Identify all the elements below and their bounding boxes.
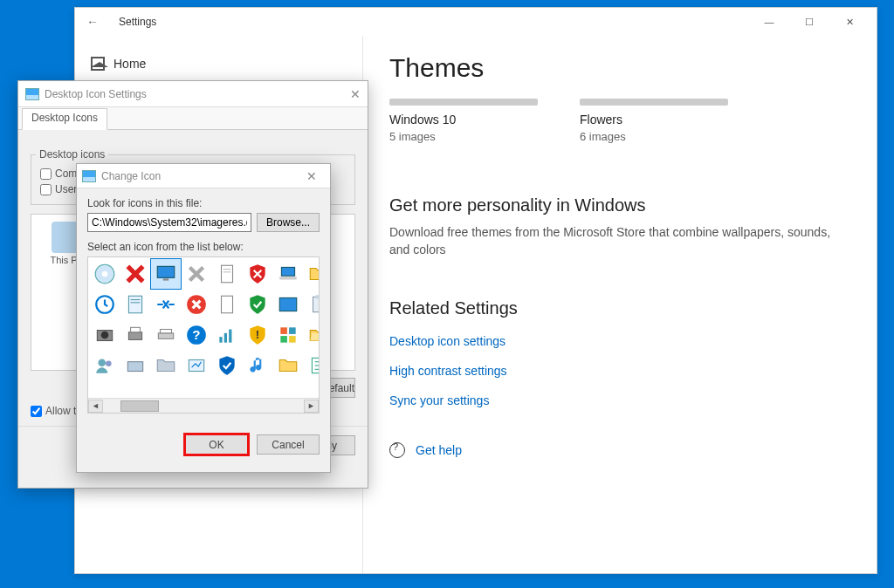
checkbox[interactable] [40, 168, 52, 180]
scroll-track[interactable] [103, 400, 304, 413]
settings-main: Themes Windows 10 5 images Flowers 6 ima… [363, 36, 877, 573]
ci-titlebar: Change Icon ✕ [77, 164, 330, 188]
icon-shield-check[interactable] [243, 290, 272, 319]
theme-card[interactable]: Flowers 6 images [580, 99, 746, 143]
icon-page-blue[interactable] [120, 290, 150, 319]
icon-drive[interactable] [120, 351, 150, 380]
minimize-icon[interactable]: — [749, 10, 789, 34]
settings-title: Settings [119, 16, 156, 28]
settings-titlebar: ← Settings — ☐ ✕ [75, 8, 877, 36]
svg-rect-28 [229, 330, 231, 343]
icon-window[interactable] [273, 290, 303, 319]
icon-list[interactable] [304, 351, 320, 380]
horizontal-scrollbar[interactable]: ◄ ► [88, 398, 319, 413]
svg-text:?: ? [192, 327, 200, 342]
icon-folder[interactable] [304, 259, 320, 289]
icon-folder[interactable] [273, 351, 303, 380]
icon-x-red[interactable] [120, 259, 150, 289]
window-icon [25, 88, 39, 100]
icon-clipboard[interactable] [304, 290, 320, 319]
checkbox[interactable] [31, 406, 42, 417]
icon-file-path-input[interactable] [87, 213, 251, 232]
svg-rect-21 [131, 327, 141, 332]
svg-rect-8 [279, 277, 297, 279]
theme-thumbnail [389, 99, 538, 106]
close-icon[interactable]: ✕ [299, 169, 325, 183]
section-heading: Related Settings [389, 298, 850, 318]
section-description: Download free themes from the Microsoft … [389, 224, 843, 258]
browse-button[interactable]: Browse... [257, 213, 320, 232]
tab-desktop-icons[interactable]: Desktop Icons [22, 108, 107, 130]
svg-rect-4 [222, 265, 233, 283]
icon-users[interactable] [90, 351, 120, 380]
icon-document[interactable] [212, 290, 242, 319]
theme-subtitle: 6 images [580, 130, 746, 143]
icon-shield-red[interactable] [243, 259, 272, 289]
icon-x-grey[interactable] [182, 259, 211, 289]
icon-app[interactable] [273, 320, 303, 350]
page-title: Themes [389, 53, 850, 83]
icon-printer[interactable] [120, 320, 150, 350]
theme-subtitle: 5 images [389, 130, 555, 143]
icon-list: ? ! ◄ ► [87, 256, 320, 414]
svg-rect-26 [219, 337, 222, 343]
back-icon[interactable]: ← [82, 15, 103, 29]
checkbox[interactable] [40, 184, 52, 195]
theme-name: Windows 10 [389, 113, 555, 126]
icon-shield-warning[interactable]: ! [243, 320, 272, 350]
icon-error[interactable] [182, 290, 211, 319]
icon-shield-blue[interactable] [212, 351, 242, 380]
dis-titlebar: Desktop Icon Settings ✕ [18, 81, 368, 107]
svg-rect-37 [189, 360, 203, 372]
svg-rect-20 [128, 332, 141, 340]
change-icon-dialog: Change Icon ✕ Look for icons in this fil… [76, 163, 331, 473]
icon-monitor[interactable] [151, 259, 181, 289]
scroll-thumb[interactable] [120, 400, 159, 412]
link-high-contrast-settings[interactable]: High contrast settings [389, 364, 850, 378]
svg-point-1 [102, 271, 108, 277]
scroll-right-button[interactable]: ► [304, 400, 319, 413]
svg-rect-22 [158, 333, 173, 339]
icon-laptop[interactable] [273, 259, 303, 289]
svg-rect-30 [280, 327, 287, 334]
ci-title: Change Icon [101, 170, 161, 182]
dis-title: Desktop Icon Settings [45, 88, 147, 100]
cancel-button[interactable]: Cancel [257, 434, 320, 455]
svg-rect-27 [224, 333, 227, 343]
close-icon[interactable]: ✕ [829, 10, 870, 34]
link-desktop-icon-settings[interactable]: Desktop icon settings [389, 334, 850, 348]
icon-music[interactable] [243, 351, 272, 380]
svg-text:!: ! [256, 328, 259, 341]
select-icon-label: Select an icon from the list below: [87, 241, 320, 253]
ok-button[interactable]: OK [185, 434, 248, 455]
icon-document[interactable] [212, 259, 242, 289]
get-help-label: Get help [416, 443, 462, 457]
svg-rect-33 [289, 336, 296, 343]
icon-clock[interactable] [90, 290, 120, 319]
icon-folder-grey[interactable] [151, 351, 181, 380]
icon-run[interactable] [182, 351, 211, 380]
group-label: Desktop icons [36, 148, 108, 161]
scroll-left-button[interactable]: ◄ [88, 400, 103, 413]
icon-chart[interactable] [212, 320, 242, 350]
sidebar-item-home[interactable]: Home [91, 57, 347, 71]
get-help-link[interactable]: Get help [389, 442, 850, 458]
svg-point-35 [106, 361, 112, 367]
icon-scanner[interactable] [151, 320, 181, 350]
svg-rect-7 [281, 267, 294, 276]
home-icon [91, 57, 105, 71]
theme-name: Flowers [580, 113, 746, 126]
svg-point-19 [101, 332, 109, 339]
icon-compress[interactable] [151, 290, 181, 319]
theme-card[interactable]: Windows 10 5 images [389, 99, 555, 143]
section-heading: Get more personality in Windows [389, 195, 850, 215]
link-sync-settings[interactable]: Sync your settings [389, 393, 850, 407]
theme-thumbnail [580, 99, 728, 106]
icon-camera[interactable] [90, 320, 120, 350]
maximize-icon[interactable]: ☐ [789, 10, 829, 34]
icon-folder-open[interactable] [304, 320, 320, 350]
close-icon[interactable]: ✕ [350, 87, 361, 101]
icon-help[interactable]: ? [182, 320, 211, 350]
svg-rect-31 [289, 327, 296, 334]
icon-disc[interactable] [90, 259, 120, 289]
